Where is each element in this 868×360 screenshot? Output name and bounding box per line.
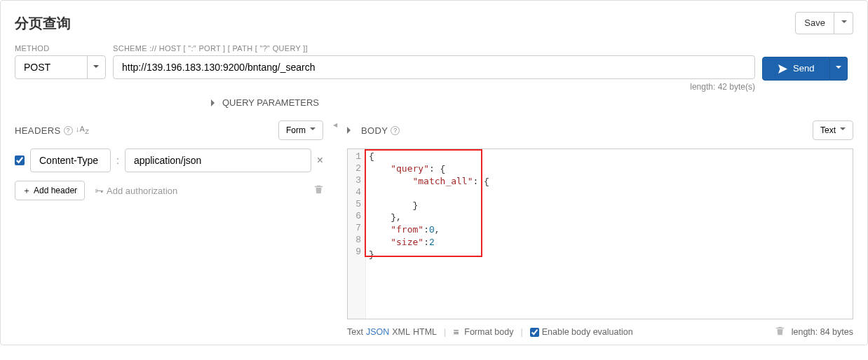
body-type-button[interactable]: Text (813, 120, 853, 140)
body-title: BODY (361, 125, 388, 136)
fmt-json[interactable]: JSON (366, 327, 389, 337)
chevron-down-icon (836, 66, 841, 71)
enable-eval-label: Enable body evaluation (542, 327, 633, 337)
add-header-label: Add header (34, 184, 77, 197)
line-gutter: 1 2 3 4 5 6 7 8 9 (348, 149, 366, 319)
header-value-input[interactable] (125, 148, 311, 172)
sort-icon[interactable]: ↓AZ (76, 125, 90, 135)
separator: | (520, 327, 522, 337)
key-icon: 🗝 (95, 186, 104, 196)
body-type-label: Text (820, 124, 836, 137)
separator: | (444, 327, 446, 337)
chevron-down-icon (840, 127, 846, 133)
format-body-button[interactable]: Format body (453, 327, 513, 338)
headers-title: HEADERS (15, 125, 61, 136)
header-checkbox[interactable] (15, 155, 25, 165)
format-options: Text JSON XML HTML (347, 327, 437, 337)
fmt-xml[interactable]: XML (392, 327, 410, 337)
add-header-button[interactable]: ＋ Add header (15, 181, 85, 200)
headers-panel: HEADERS ? ↓AZ Form : × ＋ Add header (15, 120, 323, 338)
format-icon (453, 327, 461, 338)
query-params-label: QUERY PARAMETERS (222, 97, 319, 108)
body-length: length: 84 bytes (792, 327, 853, 337)
send-button[interactable]: Send (762, 57, 830, 81)
add-auth-label: Add authorization (107, 186, 177, 196)
enable-eval-input[interactable] (530, 328, 539, 337)
header-key-input[interactable] (30, 148, 111, 172)
plus-icon: ＋ (22, 184, 31, 197)
chevron-right-icon (211, 99, 218, 106)
method-label: METHOD (15, 44, 106, 53)
enable-eval-checkbox[interactable]: Enable body evaluation (530, 327, 633, 337)
url-length-text: length: 42 byte(s) (113, 82, 755, 92)
code-content[interactable]: { "query": { "match_all": { } }, "from":… (366, 149, 853, 319)
url-label: SCHEME :// HOST [ ":" PORT ] [ PATH [ "?… (113, 44, 755, 53)
query-parameters-toggle[interactable]: QUERY PARAMETERS (211, 97, 755, 108)
panel-resize-handle[interactable] (330, 120, 340, 338)
save-button[interactable]: Save (795, 12, 834, 34)
save-dropdown-button[interactable] (834, 12, 853, 34)
help-icon[interactable]: ? (391, 126, 400, 135)
body-editor[interactable]: 1 2 3 4 5 6 7 8 9 { "query": { "match_al… (347, 148, 853, 319)
save-button-group: Save (795, 12, 853, 34)
format-body-label: Format body (464, 327, 513, 337)
form-label: Form (286, 124, 306, 137)
body-panel: BODY ? Text 1 2 3 4 5 6 7 8 9 { (347, 120, 853, 338)
fmt-html[interactable]: HTML (413, 327, 437, 337)
url-input[interactable] (113, 55, 755, 79)
chevron-down-icon (310, 127, 316, 133)
headers-form-button[interactable]: Form (278, 120, 323, 140)
chevron-right-icon[interactable] (347, 127, 354, 134)
help-icon[interactable]: ? (64, 126, 73, 135)
method-select[interactable] (15, 55, 106, 79)
send-label: Send (793, 62, 814, 76)
fmt-text[interactable]: Text (347, 327, 363, 337)
send-dropdown-button[interactable] (830, 57, 848, 81)
colon-separator: : (116, 155, 119, 166)
clear-body-icon[interactable] (775, 326, 785, 338)
chevron-down-icon (841, 20, 847, 26)
send-icon (778, 64, 787, 74)
add-authorization-button[interactable]: 🗝 Add authorization (95, 186, 177, 196)
method-value[interactable] (15, 55, 106, 79)
remove-header-icon[interactable]: × (317, 154, 323, 167)
header-row: : × (15, 148, 323, 172)
clear-headers-icon[interactable] (314, 185, 323, 196)
page-title: 分页查询 (15, 14, 71, 33)
